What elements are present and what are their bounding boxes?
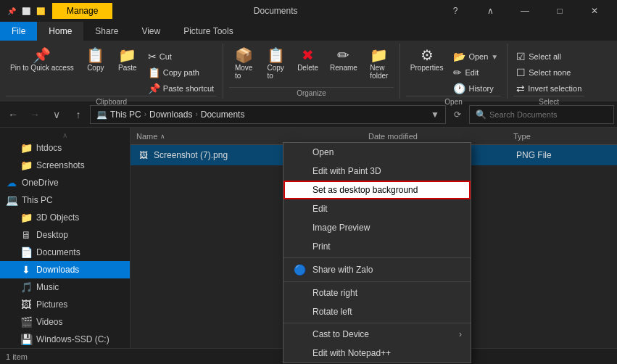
copy-to-button[interactable]: 📋 Copyto [261, 46, 290, 81]
search-box[interactable]: 🔍 [469, 105, 614, 124]
icon-folder-yellow: 🟨 [35, 5, 46, 17]
open-label: Open [406, 96, 501, 107]
tab-view[interactable]: View [130, 22, 172, 41]
select-all-button[interactable]: ☑ Select all [513, 49, 584, 64]
tab-share[interactable]: Share [83, 22, 130, 41]
manage-tab[interactable]: Manage [52, 3, 112, 19]
sidebar-label-documents: Documents [36, 247, 80, 257]
new-folder-button[interactable]: 📁 Newfolder [365, 46, 394, 81]
ribbon-tabs: File Home Share View Picture Tools [0, 22, 617, 41]
properties-button[interactable]: ⚙ Properties [406, 46, 448, 73]
sidebar-item-music[interactable]: 🎵 Music [0, 278, 130, 296]
sidebar-label-windowsssd: Windows-SSD (C:) [36, 334, 109, 344]
sidebar-item-htdocs[interactable]: 📁 htdocs [0, 139, 130, 157]
sidebar-item-desktop[interactable]: 🖥 Desktop [0, 226, 130, 244]
rename-button[interactable]: ✏ Rename [326, 46, 362, 73]
address-computer-icon: 💻 [96, 109, 107, 120]
paste-shortcut-button[interactable]: 📌 Paste shortcut [145, 81, 217, 96]
rename-icon: ✏ [337, 48, 349, 62]
3dobjects-icon: 📁 [20, 212, 32, 223]
open-btn[interactable]: 📂 Open ▼ [450, 49, 501, 64]
clipboard-label: Clipboard [6, 96, 217, 107]
icon-window-small: ⬜ [20, 5, 32, 17]
sidebar-item-pictures[interactable]: 🖼 Pictures [0, 296, 130, 313]
videos-icon: 🎬 [20, 316, 32, 328]
chevron-button[interactable]: ∧ [473, 0, 507, 22]
context-share-zalo[interactable]: 🔵 Share with Zalo [283, 260, 471, 280]
window-title: Documents [112, 6, 439, 16]
file-icon-png: 🖼 [136, 150, 151, 160]
cut-button[interactable]: ✂ Cut [145, 49, 217, 64]
sidebar-item-documents[interactable]: 📄 Documents [0, 244, 130, 261]
context-image-preview[interactable]: Image Preview [283, 218, 471, 237]
pictures-icon: 🖼 [20, 299, 32, 310]
sidebar-label-thispc: This PC [22, 195, 53, 205]
sidebar-item-downloads[interactable]: ⬇ Downloads [0, 261, 130, 278]
close-button[interactable]: ✕ [578, 0, 611, 22]
onedrive-icon: ☁ [6, 177, 17, 189]
context-rotate-right[interactable]: Rotate right [283, 284, 471, 302]
select-items: ☑ Select all ☐ Select none ⇄ Invert sele… [513, 44, 584, 96]
minimize-button[interactable]: — [508, 0, 542, 22]
context-zalo-label: Share with Zalo [312, 265, 373, 275]
question-button[interactable]: ? [439, 0, 472, 22]
icon-pin: 📌 [6, 5, 17, 17]
tab-picture-tools[interactable]: Picture Tools [172, 22, 244, 41]
address-chevron-1: › [144, 110, 146, 118]
select-label: Select [513, 96, 584, 107]
address-dropdown-button[interactable]: ▼ [431, 109, 439, 120]
copy-path-button[interactable]: 📋 Copy path [145, 65, 217, 80]
address-documents[interactable]: Documents [201, 109, 245, 120]
clipboard-group: 📌 Pin to Quick access 📋 Copy 📁 Paste ✂ C… [0, 44, 223, 99]
col-header-date[interactable]: Date modified [363, 132, 508, 141]
move-to-button[interactable]: 📦 Moveto [229, 46, 258, 81]
clipboard-items: 📌 Pin to Quick access 📋 Copy 📁 Paste ✂ C… [6, 44, 217, 96]
invert-selection-button[interactable]: ⇄ Invert selection [513, 81, 584, 96]
sidebar-item-videos[interactable]: 🎬 Videos [0, 313, 130, 331]
context-edit-notepad[interactable]: Edit with Notepad++ [283, 344, 471, 363]
pin-to-quick-button[interactable]: 📌 Pin to Quick access [6, 46, 78, 74]
sidebar-item-thispc[interactable]: 💻 This PC [0, 191, 130, 209]
context-rotate-left[interactable]: Rotate left [283, 302, 471, 321]
context-edit[interactable]: Edit [283, 199, 471, 218]
copy-button[interactable]: 📋 Copy [81, 46, 110, 73]
window-controls: ? ∧ — □ ✕ [439, 0, 611, 22]
paste-button[interactable]: 📁 Paste [113, 46, 142, 73]
context-open[interactable]: Open [283, 143, 471, 162]
search-input[interactable] [489, 110, 608, 119]
paste-shortcut-icon: 📌 [148, 83, 160, 94]
address-thispc[interactable]: This PC [110, 109, 141, 120]
htdocs-icon: 📁 [20, 142, 32, 154]
sidebar-item-windowsssd[interactable]: 💾 Windows-SSD (C:) [0, 331, 130, 348]
screenshots-icon: 📁 [20, 160, 32, 171]
edit-ribbon-button[interactable]: ✏ Edit [450, 65, 501, 80]
history-button[interactable]: 🕐 History [450, 81, 501, 96]
col-type-label: Type [513, 132, 531, 141]
maximize-button[interactable]: □ [543, 0, 576, 22]
sidebar-item-3dobjects[interactable]: 📁 3D Objects [0, 209, 130, 226]
sidebar-label-htdocs: htdocs [36, 143, 62, 153]
tab-home[interactable]: Home [37, 22, 83, 41]
pin-icon: 📌 [33, 48, 51, 62]
sidebar-label-screenshots: Screenshots [36, 160, 85, 170]
address-bar[interactable]: 💻 This PC › Downloads › Documents ▼ [90, 105, 446, 124]
col-header-type[interactable]: Type [508, 132, 617, 141]
delete-icon: ✖ [302, 48, 314, 62]
status-text: 1 item [6, 352, 28, 361]
context-set-desktop-bg[interactable]: Set as desktop background [283, 181, 471, 199]
address-downloads[interactable]: Downloads [149, 109, 192, 120]
context-cast-device[interactable]: Cast to Device › [283, 325, 471, 344]
title-bar: 📌 ⬜ 🟨 Manage Documents ? ∧ — □ ✕ [0, 0, 617, 22]
context-print[interactable]: Print [283, 237, 471, 256]
context-open-label: Open [312, 147, 334, 157]
tab-file[interactable]: File [0, 22, 37, 41]
context-edit-paint3d[interactable]: Edit with Paint 3D [283, 162, 471, 181]
col-header-name[interactable]: Name ∧ [131, 132, 363, 141]
search-icon: 🔍 [476, 109, 486, 120]
context-preview-label: Image Preview [312, 223, 370, 233]
context-print-label: Print [312, 241, 331, 252]
sidebar-item-onedrive[interactable]: ☁ OneDrive [0, 174, 130, 191]
select-none-button[interactable]: ☐ Select none [513, 65, 584, 80]
sidebar-item-screenshots[interactable]: 📁 Screenshots [0, 157, 130, 174]
delete-button[interactable]: ✖ Delete [293, 46, 323, 73]
